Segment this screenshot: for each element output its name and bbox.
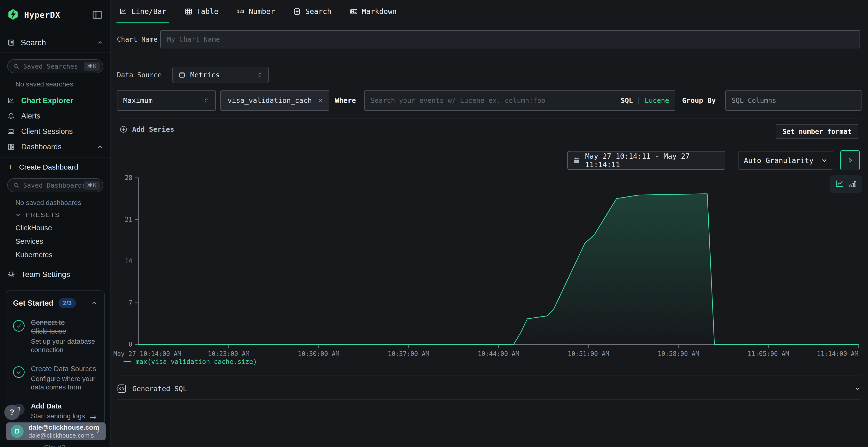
svg-text:May 27 10:14:00 AM: May 27 10:14:00 AM xyxy=(113,350,181,357)
tab-markdown[interactable]: Markdown xyxy=(347,0,400,23)
svg-text:0: 0 xyxy=(128,341,132,348)
set-number-format-button[interactable]: Set number format xyxy=(776,124,858,139)
code-icon xyxy=(117,384,127,393)
chart-name-inputbox xyxy=(160,30,860,48)
svg-text:7: 7 xyxy=(128,299,132,306)
chart-legend[interactable]: max(visa_validation_cache.size) xyxy=(123,358,257,365)
sidebar-item-client-sessions[interactable]: Client Sessions xyxy=(0,124,111,139)
selector-chevrons-icon xyxy=(257,72,263,78)
sidebar-item-chart-explorer[interactable]: Chart Explorer xyxy=(0,93,111,108)
time-series-chart[interactable]: 07142128May 27 10:14:00 AM10:23:00 AM10:… xyxy=(111,169,868,361)
chart-name-label: Chart Name xyxy=(117,35,160,43)
divider xyxy=(117,375,861,375)
chevron-down-icon xyxy=(855,386,861,392)
tab-search[interactable]: Search xyxy=(290,0,334,23)
nav-label: Client Sessions xyxy=(21,127,73,136)
gear-icon xyxy=(7,271,15,278)
team-settings-button[interactable]: Team Settings xyxy=(0,268,111,280)
aggregation-select[interactable]: Maximum xyxy=(117,90,216,111)
granularity-select[interactable]: Auto Granularity xyxy=(738,151,833,170)
legend-line-swatch xyxy=(123,361,131,362)
where-search-input[interactable] xyxy=(371,97,621,105)
get-started-item-connect[interactable]: Connect to ClickHouse Set up your databa… xyxy=(13,318,97,354)
hyperdx-logo-icon xyxy=(7,9,19,21)
tab-line-bar[interactable]: Line/Bar xyxy=(117,0,169,23)
svg-text:123: 123 xyxy=(237,9,244,14)
collapse-sidebar-button[interactable] xyxy=(92,9,103,21)
data-source-row: Data Source Metrics xyxy=(117,63,860,87)
presets-label: PRESETS xyxy=(26,211,60,219)
aggregation-value: Maximum xyxy=(123,96,153,105)
chevron-down-icon xyxy=(15,212,21,218)
selector-chevrons-icon xyxy=(203,97,210,104)
search-section-label: Search xyxy=(21,38,46,47)
database-icon xyxy=(178,71,186,79)
saved-dashboards-input[interactable] xyxy=(23,182,84,189)
group-by-input[interactable] xyxy=(732,97,855,105)
group-by-box xyxy=(725,90,862,111)
news-icon xyxy=(7,39,15,46)
sql-toggle[interactable]: SQL xyxy=(621,97,633,105)
date-range-picker[interactable]: May 27 10:14:11 - May 27 11:14:11 xyxy=(567,151,725,170)
lucene-toggle[interactable]: Lucene xyxy=(645,97,669,105)
user-email: dale@clickhouse.com xyxy=(28,424,95,431)
saved-dashboards-search[interactable]: ⌘K xyxy=(7,178,103,192)
chevron-right-icon xyxy=(95,428,101,435)
date-range-value: May 27 10:14:11 - May 27 11:14:11 xyxy=(585,152,719,169)
progress-badge: 2/3 xyxy=(59,298,76,308)
run-query-button[interactable] xyxy=(840,150,860,170)
svg-text:10:37:00 AM: 10:37:00 AM xyxy=(388,350,429,357)
preset-services[interactable]: Services xyxy=(16,237,111,246)
step-title: Connect to ClickHouse xyxy=(31,318,97,336)
saved-searches-search[interactable]: ⌘K xyxy=(7,59,103,73)
create-dashboard-button[interactable]: + Create Dashboard xyxy=(0,161,111,173)
metric-chip-label: visa_validation_cach xyxy=(227,96,312,105)
add-series-button[interactable]: Add Series xyxy=(120,125,174,133)
chevron-up-icon xyxy=(97,39,103,46)
step-description: Configure where your data comes from xyxy=(31,375,97,391)
line-chart-icon xyxy=(7,97,15,105)
svg-text:10:23:00 AM: 10:23:00 AM xyxy=(208,350,249,357)
svg-text:10:51:00 AM: 10:51:00 AM xyxy=(568,350,609,357)
get-started-header[interactable]: Get Started 2/3 xyxy=(13,298,97,308)
plus-icon: + xyxy=(8,163,13,171)
get-started-item-data-sources[interactable]: Create Data Sources Configure where your… xyxy=(13,365,97,391)
metric-chip[interactable]: visa_validation_cach xyxy=(220,90,329,111)
nav-label: Chart Explorer xyxy=(21,96,73,105)
keyboard-shortcut-badge: ⌘K xyxy=(84,181,100,190)
remove-metric-icon[interactable] xyxy=(317,97,324,104)
tab-label: Line/Bar xyxy=(131,7,166,16)
team-settings-label: Team Settings xyxy=(21,270,70,279)
generated-sql-expander[interactable]: Generated SQL xyxy=(117,378,861,399)
number-123-icon: 123 xyxy=(237,8,245,15)
sidebar-item-dashboards[interactable]: Dashboards xyxy=(0,139,111,154)
step-description: Set up your database connection xyxy=(31,337,97,354)
user-menu[interactable]: D dale@clickhouse.com dale@clickhouse.co… xyxy=(6,422,105,440)
preset-kubernetes[interactable]: Kubernetes xyxy=(16,250,111,260)
presets-toggle[interactable]: PRESETS xyxy=(15,210,111,219)
search-icon xyxy=(13,63,19,69)
tab-table[interactable]: Table xyxy=(182,0,221,23)
saved-searches-input[interactable] xyxy=(23,63,84,70)
svg-text:14: 14 xyxy=(125,257,132,265)
sidebar-divider xyxy=(0,53,111,53)
search-section-header[interactable]: Search xyxy=(7,38,103,47)
svg-text:21: 21 xyxy=(125,216,132,223)
help-button[interactable]: ? xyxy=(4,405,20,420)
chart-name-input[interactable] xyxy=(167,35,853,43)
chart-type-tabs: Line/Bar Table 123 Number Search Markdow… xyxy=(111,0,868,23)
get-started-title: Get Started xyxy=(13,299,53,308)
play-icon xyxy=(846,156,854,165)
line-chart-icon xyxy=(119,8,127,15)
query-builder-row: Maximum visa_validation_cach Where SQL |… xyxy=(111,90,868,111)
tab-label: Table xyxy=(197,7,218,16)
svg-text:11:14:00 AM: 11:14:00 AM xyxy=(817,350,858,357)
chart-canvas: 07142128May 27 10:14:00 AM10:23:00 AM10:… xyxy=(111,169,868,361)
tab-number[interactable]: 123 Number xyxy=(234,0,278,23)
sidebar-nav: Chart Explorer Alerts Client Sessions Da… xyxy=(0,93,111,154)
where-search-box: SQL | Lucene xyxy=(364,90,675,111)
sidebar-item-alerts[interactable]: Alerts xyxy=(0,108,111,124)
preset-clickhouse[interactable]: ClickHouse xyxy=(16,223,111,233)
data-source-select[interactable]: Metrics xyxy=(173,67,269,83)
laptop-icon xyxy=(7,128,15,135)
